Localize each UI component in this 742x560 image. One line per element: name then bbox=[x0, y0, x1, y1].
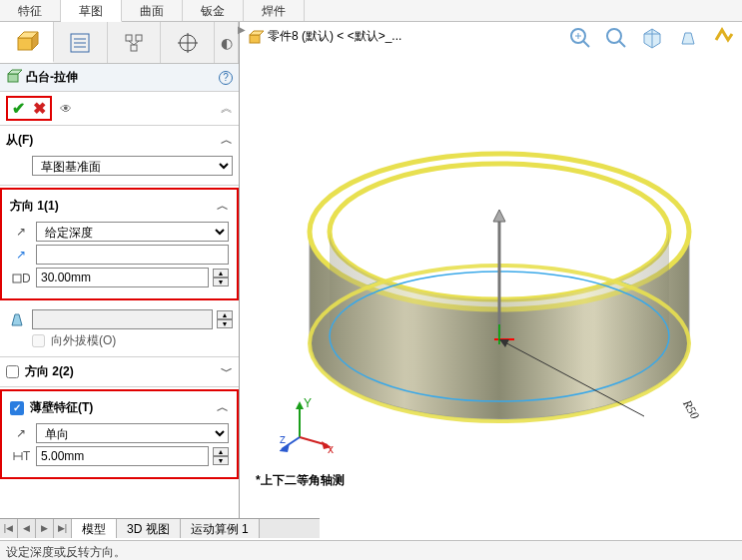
thickness-input[interactable] bbox=[36, 446, 209, 466]
direction-vector-icon[interactable]: ↗ bbox=[10, 248, 32, 262]
draft-icon[interactable] bbox=[6, 311, 28, 327]
svg-marker-16 bbox=[8, 70, 22, 74]
chevron-down-icon[interactable]: ﹀ bbox=[221, 363, 233, 380]
end-condition-select[interactable]: 给定深度 bbox=[36, 222, 229, 242]
tab-nav-last[interactable]: ▶| bbox=[54, 519, 72, 538]
panel-tab-more[interactable]: ◐ bbox=[215, 22, 239, 63]
from-select[interactable]: 草图基准面 bbox=[32, 156, 233, 176]
zoom-area-icon[interactable] bbox=[602, 24, 630, 52]
motion-tab-strip: |◀ ◀ ▶ ▶| 模型 3D 视图 运动算例 1 bbox=[0, 518, 320, 538]
svg-rect-15 bbox=[8, 74, 18, 82]
tab-3dview[interactable]: 3D 视图 bbox=[117, 519, 181, 538]
panel-tab-property[interactable] bbox=[54, 22, 108, 63]
from-label: 从(F) bbox=[6, 132, 33, 149]
svg-text:D1: D1 bbox=[22, 272, 30, 284]
depth-input[interactable] bbox=[36, 268, 209, 287]
thin-feature-section: ✓ 薄壁特征(T) ︿ ↗ 单向 T1 ▲▼ bbox=[4, 393, 235, 475]
chevron-up-icon[interactable]: ︿ bbox=[217, 198, 229, 215]
ribbon: 特征 草图 曲面 钣金 焊件 bbox=[0, 0, 742, 22]
svg-marker-25 bbox=[250, 31, 264, 35]
svg-text:x: x bbox=[328, 442, 334, 456]
svg-line-27 bbox=[583, 41, 589, 47]
feature-title: 凸台-拉伸 bbox=[26, 69, 219, 86]
svg-line-10 bbox=[129, 41, 134, 45]
model-preview bbox=[290, 122, 709, 451]
chevron-up-icon[interactable]: ︿ bbox=[217, 399, 229, 416]
depth-icon: D1 bbox=[10, 271, 32, 284]
list-icon bbox=[68, 31, 92, 55]
panel-tab-config[interactable] bbox=[108, 22, 162, 63]
direction1-label: 方向 1(1) bbox=[10, 198, 59, 215]
status-text: 设定深度或反转方向。 bbox=[6, 545, 126, 559]
svg-line-11 bbox=[134, 41, 139, 45]
chevron-up-icon[interactable]: ︿ bbox=[221, 132, 233, 149]
depth-spinner[interactable]: ▲▼ bbox=[213, 269, 229, 286]
part-icon bbox=[248, 29, 264, 45]
ribbon-tab-sheetmetal[interactable]: 钣金 bbox=[183, 0, 244, 21]
preview-toggle[interactable]: 👁 bbox=[60, 102, 72, 116]
cancel-button[interactable]: ✖ bbox=[33, 99, 46, 118]
help-icon[interactable]: ? bbox=[219, 71, 233, 85]
tab-nav-first[interactable]: |◀ bbox=[0, 519, 18, 538]
target-icon bbox=[176, 31, 200, 55]
direction2-section: 方向 2(2) ﹀ bbox=[0, 357, 239, 387]
graphics-viewport[interactable]: ▶ 零件8 (默认) < <默认>_... bbox=[240, 22, 742, 537]
feature-breadcrumb[interactable]: 零件8 (默认) < <默认>_... bbox=[248, 28, 401, 45]
ribbon-tab-sketch[interactable]: 草图 bbox=[61, 0, 122, 22]
thickness-icon: T1 bbox=[10, 449, 32, 463]
svg-marker-48 bbox=[296, 401, 304, 409]
tree-icon bbox=[122, 31, 146, 55]
thin-feature-checkbox[interactable]: ✓ bbox=[10, 401, 24, 415]
tab-nav-prev[interactable]: ◀ bbox=[18, 519, 36, 538]
svg-rect-8 bbox=[136, 35, 142, 41]
tab-model[interactable]: 模型 bbox=[72, 519, 117, 538]
panel-tab-dimxpert[interactable] bbox=[161, 22, 215, 63]
svg-rect-0 bbox=[18, 38, 32, 50]
orientation-triad[interactable]: Y x z bbox=[280, 397, 340, 457]
collapse-chevron-icon[interactable]: ︽ bbox=[221, 100, 233, 117]
view-orientation-icon[interactable] bbox=[638, 24, 666, 52]
draft-section: ▲▼ 向外拔模(O) bbox=[0, 302, 239, 357]
expand-tree-icon[interactable]: ▶ bbox=[238, 24, 246, 35]
ok-cancel-bar: ✔ ✖ 👁 ︽ bbox=[0, 92, 239, 126]
direction-reference-input[interactable] bbox=[36, 245, 229, 265]
feature-header: 凸台-拉伸 ? bbox=[0, 64, 239, 92]
view-toolbar bbox=[566, 24, 738, 52]
direction2-checkbox[interactable] bbox=[6, 365, 19, 378]
ok-button[interactable]: ✔ bbox=[12, 99, 25, 118]
property-manager: ◐ 凸台-拉伸 ? ✔ ✖ 👁 ︽ 从(F)︿ 草图基准面 bbox=[0, 22, 240, 537]
draft-outward-checkbox bbox=[32, 334, 45, 347]
svg-marker-35 bbox=[682, 33, 694, 44]
display-style-icon[interactable] bbox=[674, 24, 702, 52]
direction1-section: 方向 1(1)︿ ↗ 给定深度 ↗ D1 ▲▼ bbox=[4, 192, 235, 296]
svg-marker-19 bbox=[12, 314, 22, 325]
tab-nav-next[interactable]: ▶ bbox=[36, 519, 54, 538]
ribbon-tab-features[interactable]: 特征 bbox=[0, 0, 61, 21]
ribbon-tab-weldment[interactable]: 焊件 bbox=[244, 0, 305, 21]
breadcrumb-text: 零件8 (默认) < <默认>_... bbox=[268, 28, 401, 45]
status-bar: 设定深度或反转方向。 bbox=[0, 540, 742, 560]
svg-text:Y: Y bbox=[304, 397, 312, 410]
svg-rect-17 bbox=[13, 275, 21, 282]
from-section: 从(F)︿ 草图基准面 bbox=[0, 126, 239, 186]
tab-motion-study[interactable]: 运动算例 1 bbox=[181, 519, 260, 538]
thin-type-select[interactable]: 单向 bbox=[36, 423, 229, 443]
thickness-spinner[interactable]: ▲▼ bbox=[213, 447, 229, 465]
thin-feature-label: 薄壁特征(T) bbox=[30, 399, 93, 416]
ribbon-tab-surface[interactable]: 曲面 bbox=[122, 0, 183, 21]
direction1-highlight: 方向 1(1)︿ ↗ 给定深度 ↗ D1 ▲▼ bbox=[0, 188, 239, 300]
appearance-icon[interactable] bbox=[710, 24, 738, 52]
extrude-icon bbox=[6, 68, 22, 87]
panel-tab-feature-manager[interactable] bbox=[0, 22, 54, 63]
direction2-label: 方向 2(2) bbox=[25, 363, 74, 380]
svg-text:z: z bbox=[280, 432, 286, 446]
thin-feature-highlight: ✓ 薄壁特征(T) ︿ ↗ 单向 T1 ▲▼ bbox=[0, 389, 239, 479]
reverse-thin-icon[interactable]: ↗ bbox=[10, 426, 32, 440]
svg-line-31 bbox=[619, 41, 625, 47]
zoom-fit-icon[interactable] bbox=[566, 24, 594, 52]
draft-outward-label: 向外拔模(O) bbox=[51, 332, 116, 349]
svg-point-30 bbox=[607, 29, 621, 43]
reverse-direction-icon[interactable]: ↗ bbox=[10, 225, 32, 239]
view-name-label: *上下二等角轴测 bbox=[256, 472, 345, 489]
draft-spinner[interactable]: ▲▼ bbox=[217, 310, 233, 328]
